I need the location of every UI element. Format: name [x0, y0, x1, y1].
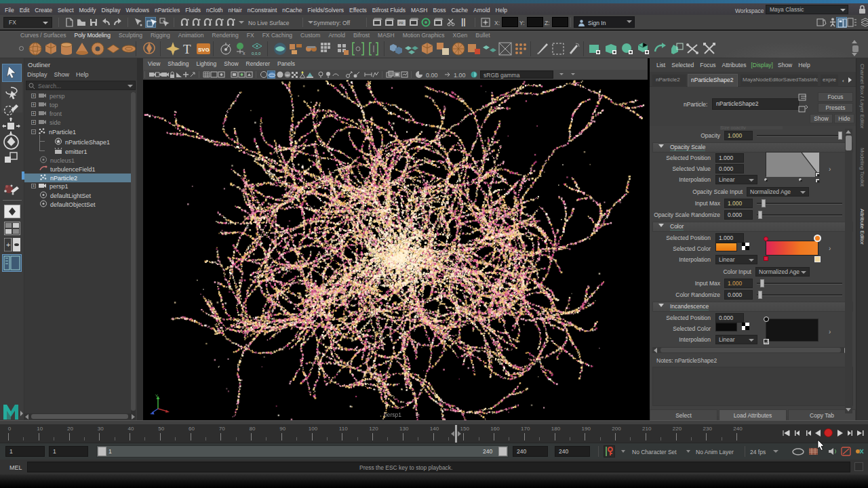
- svg-text:Y: Y: [155, 394, 158, 398]
- svg-text:x: x: [243, 51, 245, 56]
- svg-text:PR: PR: [399, 21, 403, 25]
- svg-text:T: T: [183, 42, 191, 56]
- svg-text:+: +: [6, 241, 10, 249]
- svg-text:SVG: SVG: [198, 47, 210, 53]
- svg-text:0,0,0: 0,0,0: [252, 52, 261, 56]
